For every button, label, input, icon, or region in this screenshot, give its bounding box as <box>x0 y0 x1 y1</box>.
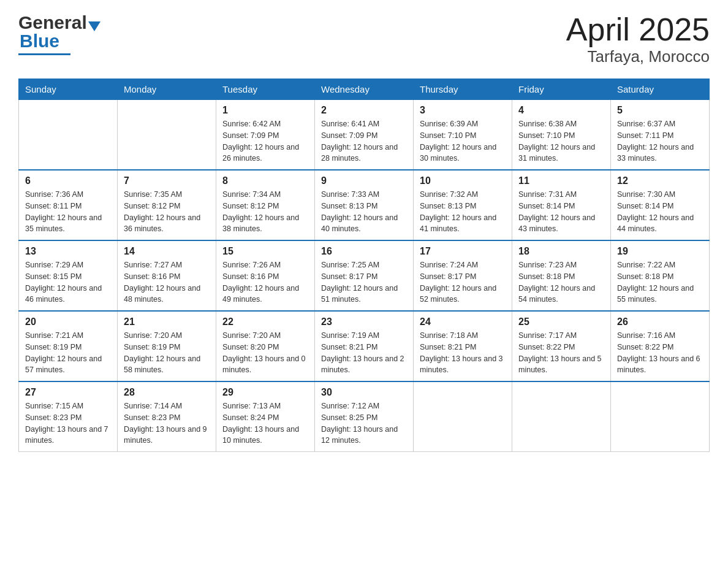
calendar-cell-4-4 <box>414 381 512 452</box>
day-number: 22 <box>222 316 308 327</box>
header-saturday: Saturday <box>611 79 710 100</box>
day-number: 16 <box>321 246 407 257</box>
week-row-2: 6Sunrise: 7:36 AMSunset: 8:11 PMDaylight… <box>19 170 710 240</box>
page-title: April 2025 <box>566 12 710 47</box>
day-number: 17 <box>420 246 506 257</box>
day-number: 15 <box>222 246 308 257</box>
calendar-cell-3-2: 22Sunrise: 7:20 AMSunset: 8:20 PMDayligh… <box>216 311 315 381</box>
day-info: Sunrise: 7:23 AMSunset: 8:18 PMDaylight:… <box>518 259 604 305</box>
page-subtitle: Tarfaya, Morocco <box>566 47 710 66</box>
day-info: Sunrise: 7:17 AMSunset: 8:22 PMDaylight:… <box>518 330 604 376</box>
day-number: 1 <box>222 105 308 116</box>
page-header: General Blue April 2025 Tarfaya, Morocco <box>18 12 710 66</box>
day-number: 26 <box>617 316 703 327</box>
day-info: Sunrise: 7:15 AMSunset: 8:23 PMDaylight:… <box>25 400 111 446</box>
header-sunday: Sunday <box>19 79 118 100</box>
day-info: Sunrise: 7:20 AMSunset: 8:19 PMDaylight:… <box>124 330 210 376</box>
calendar-table: Sunday Monday Tuesday Wednesday Thursday… <box>18 79 710 452</box>
calendar-cell-1-2: 8Sunrise: 7:34 AMSunset: 8:12 PMDaylight… <box>216 170 315 240</box>
day-number: 8 <box>222 175 308 186</box>
day-info: Sunrise: 7:29 AMSunset: 8:15 PMDaylight:… <box>25 259 111 305</box>
day-number: 9 <box>321 175 407 186</box>
day-info: Sunrise: 7:26 AMSunset: 8:16 PMDaylight:… <box>222 259 308 305</box>
day-info: Sunrise: 7:24 AMSunset: 8:17 PMDaylight:… <box>420 259 506 305</box>
header-monday: Monday <box>118 79 216 100</box>
day-number: 2 <box>321 105 407 116</box>
day-info: Sunrise: 7:22 AMSunset: 8:18 PMDaylight:… <box>617 259 703 305</box>
calendar-cell-4-6 <box>611 381 710 452</box>
logo-general: General <box>18 12 87 33</box>
calendar-cell-0-4: 3Sunrise: 6:39 AMSunset: 7:10 PMDaylight… <box>414 100 512 170</box>
day-info: Sunrise: 7:27 AMSunset: 8:16 PMDaylight:… <box>124 259 210 305</box>
day-info: Sunrise: 7:31 AMSunset: 8:14 PMDaylight:… <box>518 189 604 235</box>
day-number: 13 <box>25 246 111 257</box>
week-row-3: 13Sunrise: 7:29 AMSunset: 8:15 PMDayligh… <box>19 240 710 311</box>
day-info: Sunrise: 7:12 AMSunset: 8:25 PMDaylight:… <box>321 400 407 446</box>
day-number: 6 <box>25 175 111 186</box>
calendar-cell-3-6: 26Sunrise: 7:16 AMSunset: 8:22 PMDayligh… <box>611 311 710 381</box>
day-info: Sunrise: 6:37 AMSunset: 7:11 PMDaylight:… <box>617 118 703 164</box>
calendar-cell-0-3: 2Sunrise: 6:41 AMSunset: 7:09 PMDaylight… <box>315 100 414 170</box>
day-number: 12 <box>617 175 703 186</box>
calendar-cell-3-5: 25Sunrise: 7:17 AMSunset: 8:22 PMDayligh… <box>512 311 611 381</box>
day-info: Sunrise: 7:33 AMSunset: 8:13 PMDaylight:… <box>321 189 407 235</box>
calendar-cell-2-4: 17Sunrise: 7:24 AMSunset: 8:17 PMDayligh… <box>414 240 512 311</box>
day-info: Sunrise: 7:32 AMSunset: 8:13 PMDaylight:… <box>420 189 506 235</box>
calendar-cell-1-0: 6Sunrise: 7:36 AMSunset: 8:11 PMDaylight… <box>19 170 118 240</box>
week-row-4: 20Sunrise: 7:21 AMSunset: 8:19 PMDayligh… <box>19 311 710 381</box>
header-wednesday: Wednesday <box>315 79 414 100</box>
logo-underline <box>18 53 70 55</box>
day-number: 20 <box>25 316 111 327</box>
calendar-cell-2-2: 15Sunrise: 7:26 AMSunset: 8:16 PMDayligh… <box>216 240 315 311</box>
title-section: April 2025 Tarfaya, Morocco <box>566 12 710 66</box>
weekday-header-row: Sunday Monday Tuesday Wednesday Thursday… <box>19 79 710 100</box>
day-number: 18 <box>518 246 604 257</box>
day-info: Sunrise: 6:41 AMSunset: 7:09 PMDaylight:… <box>321 118 407 164</box>
day-info: Sunrise: 7:34 AMSunset: 8:12 PMDaylight:… <box>222 189 308 235</box>
day-number: 30 <box>321 387 407 398</box>
day-number: 11 <box>518 175 604 186</box>
day-number: 7 <box>124 175 210 186</box>
day-number: 25 <box>518 316 604 327</box>
day-info: Sunrise: 7:36 AMSunset: 8:11 PMDaylight:… <box>25 189 111 235</box>
day-number: 3 <box>420 105 506 116</box>
day-number: 14 <box>124 246 210 257</box>
calendar-cell-1-1: 7Sunrise: 7:35 AMSunset: 8:12 PMDaylight… <box>118 170 216 240</box>
logo-blue: Blue <box>20 31 59 52</box>
day-number: 29 <box>222 387 308 398</box>
calendar-cell-2-3: 16Sunrise: 7:25 AMSunset: 8:17 PMDayligh… <box>315 240 414 311</box>
day-number: 23 <box>321 316 407 327</box>
day-number: 4 <box>518 105 604 116</box>
day-number: 28 <box>124 387 210 398</box>
day-info: Sunrise: 7:16 AMSunset: 8:22 PMDaylight:… <box>617 330 703 376</box>
calendar-cell-1-6: 12Sunrise: 7:30 AMSunset: 8:14 PMDayligh… <box>611 170 710 240</box>
header-thursday: Thursday <box>414 79 512 100</box>
day-info: Sunrise: 7:21 AMSunset: 8:19 PMDaylight:… <box>25 330 111 376</box>
calendar-cell-4-0: 27Sunrise: 7:15 AMSunset: 8:23 PMDayligh… <box>19 381 118 452</box>
week-row-1: 1Sunrise: 6:42 AMSunset: 7:09 PMDaylight… <box>19 100 710 170</box>
day-info: Sunrise: 7:13 AMSunset: 8:24 PMDaylight:… <box>222 400 308 446</box>
calendar-cell-4-5 <box>512 381 611 452</box>
day-info: Sunrise: 6:39 AMSunset: 7:10 PMDaylight:… <box>420 118 506 164</box>
calendar-cell-2-0: 13Sunrise: 7:29 AMSunset: 8:15 PMDayligh… <box>19 240 118 311</box>
calendar-cell-1-3: 9Sunrise: 7:33 AMSunset: 8:13 PMDaylight… <box>315 170 414 240</box>
day-info: Sunrise: 6:42 AMSunset: 7:09 PMDaylight:… <box>222 118 308 164</box>
day-info: Sunrise: 7:18 AMSunset: 8:21 PMDaylight:… <box>420 330 506 376</box>
day-info: Sunrise: 7:25 AMSunset: 8:17 PMDaylight:… <box>321 259 407 305</box>
day-number: 24 <box>420 316 506 327</box>
header-friday: Friday <box>512 79 611 100</box>
day-info: Sunrise: 7:20 AMSunset: 8:20 PMDaylight:… <box>222 330 308 376</box>
calendar-cell-2-6: 19Sunrise: 7:22 AMSunset: 8:18 PMDayligh… <box>611 240 710 311</box>
calendar-cell-1-5: 11Sunrise: 7:31 AMSunset: 8:14 PMDayligh… <box>512 170 611 240</box>
calendar-cell-4-2: 29Sunrise: 7:13 AMSunset: 8:24 PMDayligh… <box>216 381 315 452</box>
day-info: Sunrise: 7:30 AMSunset: 8:14 PMDaylight:… <box>617 189 703 235</box>
day-info: Sunrise: 7:35 AMSunset: 8:12 PMDaylight:… <box>124 189 210 235</box>
calendar-cell-0-6: 5Sunrise: 6:37 AMSunset: 7:11 PMDaylight… <box>611 100 710 170</box>
calendar-cell-3-0: 20Sunrise: 7:21 AMSunset: 8:19 PMDayligh… <box>19 311 118 381</box>
day-info: Sunrise: 7:19 AMSunset: 8:21 PMDaylight:… <box>321 330 407 376</box>
day-info: Sunrise: 7:14 AMSunset: 8:23 PMDaylight:… <box>124 400 210 446</box>
day-info: Sunrise: 6:38 AMSunset: 7:10 PMDaylight:… <box>518 118 604 164</box>
logo: General Blue <box>18 12 101 55</box>
day-number: 27 <box>25 387 111 398</box>
day-number: 21 <box>124 316 210 327</box>
